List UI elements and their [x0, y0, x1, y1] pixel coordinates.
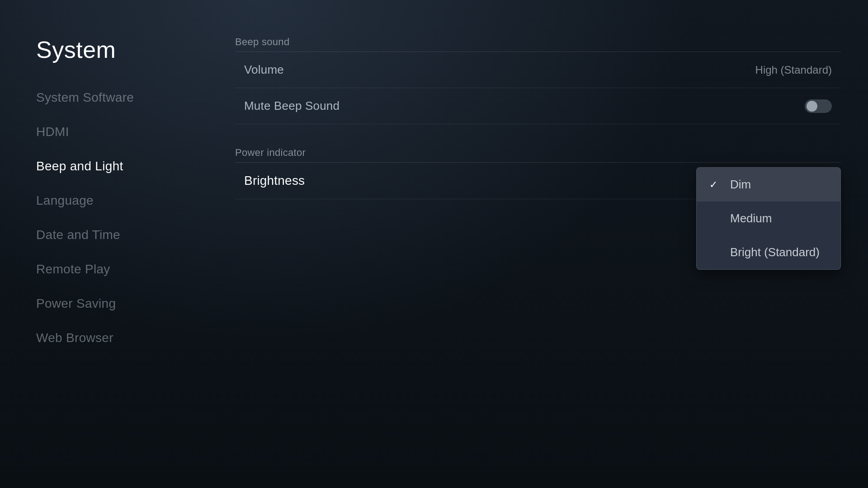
power-indicator-settings: Brightness ✓ Dim ✓ Medium ✓ Bright (Stan…	[235, 162, 841, 199]
brightness-dropdown[interactable]: ✓ Dim ✓ Medium ✓ Bright (Standard)	[696, 167, 841, 270]
sidebar-item-system-software[interactable]: System Software	[36, 90, 208, 105]
toggle-knob	[807, 101, 817, 112]
mute-beep-row[interactable]: Mute Beep Sound	[235, 88, 841, 124]
volume-row[interactable]: Volume High (Standard)	[235, 52, 841, 88]
dropdown-label-bright: Bright (Standard)	[730, 245, 820, 259]
sidebar-item-hdmi[interactable]: HDMI	[36, 125, 208, 139]
dropdown-label-medium: Medium	[730, 211, 772, 225]
sidebar-item-beep-and-light[interactable]: Beep and Light	[36, 159, 208, 174]
check-icon-dim: ✓	[709, 179, 722, 191]
mute-beep-toggle[interactable]	[805, 99, 832, 113]
dropdown-label-dim: Dim	[730, 178, 751, 192]
dropdown-item-bright-standard[interactable]: ✓ Bright (Standard)	[697, 235, 840, 269]
sidebar-item-power-saving[interactable]: Power Saving	[36, 296, 208, 311]
sidebar-item-remote-play[interactable]: Remote Play	[36, 262, 208, 277]
brightness-row[interactable]: Brightness ✓ Dim ✓ Medium ✓ Bright (Stan…	[235, 163, 841, 199]
sidebar-item-language[interactable]: Language	[36, 193, 208, 208]
page-title: System	[36, 36, 208, 63]
power-indicator-section-title: Power indicator	[235, 147, 841, 159]
dropdown-item-medium[interactable]: ✓ Medium	[697, 202, 840, 235]
sidebar-item-date-and-time[interactable]: Date and Time	[36, 228, 208, 242]
beep-sound-section-title: Beep sound	[235, 36, 841, 48]
dropdown-item-dim[interactable]: ✓ Dim	[697, 168, 840, 202]
sidebar: System System Software HDMI Beep and Lig…	[36, 27, 208, 461]
brightness-label: Brightness	[244, 174, 305, 188]
volume-value: High (Standard)	[755, 64, 832, 76]
sidebar-item-web-browser[interactable]: Web Browser	[36, 331, 208, 345]
mute-beep-label: Mute Beep Sound	[244, 99, 340, 113]
volume-label: Volume	[244, 63, 284, 77]
main-content: Beep sound Volume High (Standard) Mute B…	[208, 27, 868, 461]
beep-sound-settings: Volume High (Standard) Mute Beep Sound	[235, 52, 841, 124]
